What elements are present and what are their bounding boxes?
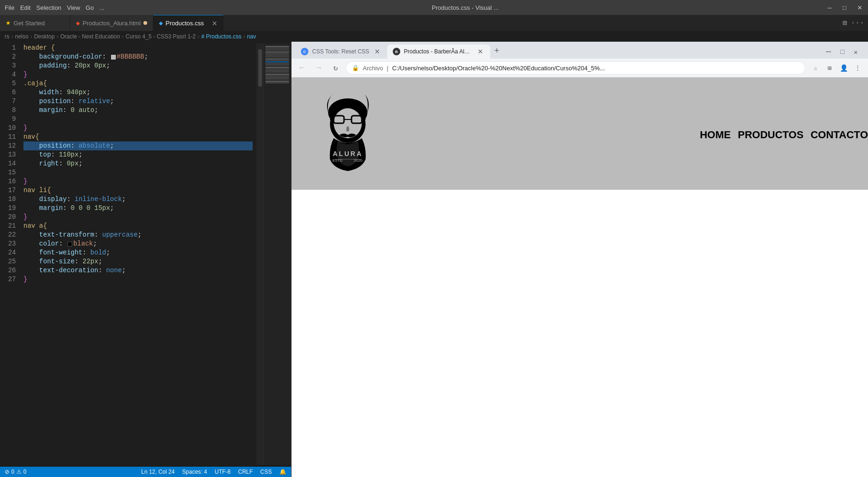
bookmark-button[interactable]: ☆: [809, 61, 822, 75]
chrome-maximize-button[interactable]: □: [838, 48, 847, 56]
productos-tab-close[interactable]: ✕: [476, 47, 485, 56]
app-menu-go[interactable]: Go: [86, 4, 94, 11]
breadcrumb-rs[interactable]: rs: [5, 33, 9, 40]
sep3: ›: [57, 33, 59, 40]
extensions-button[interactable]: ⊞: [823, 61, 836, 75]
notifications-icon[interactable]: 🔔: [279, 469, 286, 475]
css-tab-favicon: C: [301, 48, 308, 55]
breadcrumb-nav[interactable]: nav: [247, 33, 256, 40]
nav-contacto[interactable]: CONTACTO: [810, 129, 868, 141]
back-button[interactable]: ←: [295, 61, 308, 75]
code-line-14: right: 0px;: [23, 159, 253, 168]
chrome-close-button[interactable]: ✕: [851, 48, 861, 56]
breadcrumb-curso[interactable]: Curso 4_5 - CSS3 Pasrt 1-2: [126, 33, 195, 40]
code-line-20: }: [23, 213, 253, 222]
sep5: ›: [198, 33, 200, 40]
code-line-1: header {: [23, 44, 253, 52]
error-icon: ⊘: [5, 469, 9, 475]
code-line-6: width: 940px;: [23, 88, 253, 97]
error-status[interactable]: ⊘ 0 ⚠ 0: [5, 469, 26, 475]
chrome-tab-css-tools[interactable]: C CSS Tools: Reset CSS ✕: [295, 45, 387, 59]
nav-home[interactable]: HOME: [700, 129, 731, 141]
tab-bar-actions: ⊞ ···: [843, 15, 868, 31]
profile-button[interactable]: 👤: [837, 61, 850, 75]
chrome-minimize-button[interactable]: ─: [823, 47, 834, 57]
nav-productos[interactable]: PRODUCTOS: [738, 129, 803, 141]
tab-productos-css[interactable]: ◆ Productos.css ✕: [153, 15, 224, 31]
breadcrumb-nelso[interactable]: nelso: [15, 33, 29, 40]
encoding[interactable]: UTF-8: [215, 469, 231, 475]
code-line-13: top: 110px;: [23, 150, 253, 159]
tab-productos-html[interactable]: ◆ Productos_Alura.html: [70, 15, 153, 31]
breadcrumb-oracle[interactable]: Oracle - Next Education: [60, 33, 120, 40]
browser-panel: C CSS Tools: Reset CSS ✕ B Productos - B…: [292, 42, 868, 477]
title-bar-left: File Edit Selection View Go ...: [5, 4, 105, 11]
more-button[interactable]: ⋮: [851, 61, 864, 75]
close-button[interactable]: ✕: [856, 4, 863, 11]
code-line-4: }: [23, 70, 253, 79]
maximize-button[interactable]: □: [841, 4, 848, 11]
editor-scrollbar[interactable]: [256, 44, 263, 465]
chrome-tab-productos[interactable]: B Productos - BarberÃa Alura ✕: [387, 45, 490, 59]
code-line-12: position: absolute;: [23, 142, 253, 150]
indentation[interactable]: Spaces: 4: [182, 469, 207, 475]
code-line-8: margin: 0 auto;: [23, 106, 253, 115]
status-bar: ⊘ 0 ⚠ 0 Ln 12, Col 24 Spaces: 4 UTF-8 CR…: [0, 467, 291, 477]
language-mode[interactable]: CSS: [260, 469, 272, 475]
main-area: 12345 678910 1112131415 1617181920 21222…: [0, 42, 868, 477]
app-menu-more[interactable]: ...: [99, 4, 105, 11]
code-editor[interactable]: header { background-color: #BBBBBB; padd…: [20, 44, 256, 465]
modified-indicator: [143, 21, 147, 25]
app-menu-edit[interactable]: Edit: [20, 4, 30, 11]
forward-button[interactable]: →: [312, 61, 325, 75]
website-nav: HOME PRODUCTOS CONTACTO: [693, 129, 868, 141]
css-tools-tab-close[interactable]: ✕: [373, 47, 382, 56]
title-bar-controls: ─ □ ✕: [826, 4, 863, 11]
barber-logo: ALURA ESTD 2020: [310, 87, 385, 180]
address-bar[interactable]: 🔒 Archivo | C:/Users/nelso/Desktop/Oracl…: [346, 61, 805, 75]
app-menu-view[interactable]: View: [67, 4, 80, 11]
breadcrumb-file[interactable]: # Productos.css: [202, 33, 241, 40]
line-numbers: 12345 678910 1112131415 1617181920 21222…: [0, 44, 20, 465]
chrome-address-row: ← → ↻ 🔒 Archivo | C:/Users/nelso/Desktop…: [292, 59, 868, 77]
code-line-18: display: inline-block;: [23, 195, 253, 204]
minimize-button[interactable]: ─: [826, 4, 833, 11]
productos-tab-label: Productos - BarberÃa Alura: [404, 48, 472, 55]
code-line-7: position: relative;: [23, 97, 253, 106]
app-menu-file[interactable]: File: [5, 4, 15, 11]
line-endings[interactable]: CRLF: [238, 469, 253, 475]
code-line-19: margin: 0 0 0 15px;: [23, 204, 253, 213]
new-tab-button[interactable]: +: [490, 45, 503, 58]
website-logo-area: ALURA ESTD 2020: [292, 87, 385, 180]
chrome-tabs-row: C CSS Tools: Reset CSS ✕ B Productos - B…: [292, 42, 868, 59]
code-line-15: [23, 168, 253, 177]
code-line-10: }: [23, 124, 253, 133]
code-line-22: text-transform: uppercase;: [23, 231, 253, 239]
code-line-3: padding: 20px 0px;: [23, 61, 253, 70]
more-actions-icon[interactable]: ···: [851, 19, 864, 27]
tab-get-started[interactable]: ★ Get Started: [0, 15, 70, 31]
warning-icon: ⚠: [16, 469, 22, 475]
svg-text:2020: 2020: [354, 158, 362, 163]
code-line-5: .caja{: [23, 79, 253, 88]
css-tab-icon: ◆: [159, 20, 163, 26]
reload-button[interactable]: ↻: [329, 61, 342, 75]
editor-tab-bar: ★ Get Started ◆ Productos_Alura.html ◆ P…: [0, 15, 868, 31]
code-line-2: background-color: #BBBBBB;: [23, 52, 253, 61]
cursor-position[interactable]: Ln 12, Col 24: [141, 469, 174, 475]
css-tab-close-button[interactable]: ✕: [212, 20, 217, 27]
editor-content[interactable]: 12345 678910 1112131415 1617181920 21222…: [0, 42, 291, 467]
split-editor-icon[interactable]: ⊞: [843, 18, 847, 28]
code-line-16: }: [23, 177, 253, 186]
breadcrumb: rs › nelso › Desktop › Oracle - Next Edu…: [0, 31, 868, 42]
app-menu-selection[interactable]: Selection: [36, 4, 61, 11]
breadcrumb-desktop[interactable]: Desktop: [34, 33, 55, 40]
status-bar-right: Ln 12, Col 24 Spaces: 4 UTF-8 CRLF CSS 🔔: [141, 469, 286, 475]
svg-text:ESTD: ESTD: [332, 158, 343, 163]
website-header: ALURA ESTD 2020 HOME PRODUCTOS CONTACTO: [292, 77, 868, 190]
status-bar-left: ⊘ 0 ⚠ 0: [5, 469, 26, 475]
title-bar-title: Productos.css - Visual ...: [105, 4, 826, 11]
code-line-27: }: [23, 275, 253, 284]
code-line-25: font-size: 22px;: [23, 257, 253, 266]
lock-icon: 🔒: [352, 65, 359, 71]
